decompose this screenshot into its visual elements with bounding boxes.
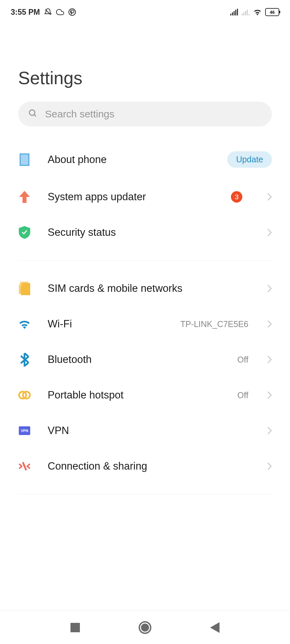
chevron-right-icon (267, 391, 272, 399)
divider (18, 494, 272, 494)
chevron-right-icon (267, 427, 272, 435)
item-label: About phone (48, 154, 210, 166)
settings-item-vpn[interactable]: VPN VPN (18, 413, 272, 448)
chevron-right-icon (267, 284, 272, 292)
shield-check-icon (18, 226, 31, 239)
svg-rect-1 (230, 14, 231, 15)
count-badge: 3 (231, 191, 242, 203)
settings-item-wifi[interactable]: Wi-Fi TP-LINK_C7E5E6 (18, 306, 272, 342)
svg-rect-6 (242, 14, 243, 15)
connection-icon (18, 460, 31, 473)
settings-item-security[interactable]: Security status (18, 215, 272, 250)
nav-bar (0, 610, 290, 644)
settings-item-sim[interactable]: SIM cards & mobile networks (18, 271, 272, 306)
item-value: TP-LINK_C7E5E6 (180, 319, 248, 329)
settings-item-bluetooth[interactable]: Bluetooth Off (18, 342, 272, 377)
svg-rect-13 (20, 154, 29, 165)
chevron-right-icon (267, 228, 272, 236)
pinterest-icon (68, 8, 76, 16)
nav-back-button[interactable] (205, 618, 225, 638)
status-left: 3:55 PM (11, 8, 76, 17)
svg-point-18 (141, 624, 149, 632)
nav-home-button[interactable] (135, 618, 155, 638)
item-label: System apps updater (48, 191, 214, 203)
settings-item-hotspot[interactable]: Portable hotspot Off (18, 377, 272, 413)
item-label: Connection & sharing (48, 460, 248, 472)
signal-icon (230, 9, 238, 15)
settings-item-about-phone[interactable]: About phone Update (18, 140, 272, 179)
divider (18, 260, 272, 261)
svg-rect-5 (237, 9, 238, 15)
arrow-up-icon (18, 191, 31, 203)
search-placeholder: Search settings (45, 108, 114, 120)
svg-line-12 (34, 115, 36, 117)
hotspot-icon (18, 389, 31, 401)
item-label: Bluetooth (48, 354, 221, 366)
status-time: 3:55 PM (11, 8, 40, 17)
svg-rect-9 (247, 10, 248, 15)
item-label: Security status (48, 226, 248, 238)
item-value: Off (237, 390, 248, 400)
svg-rect-2 (232, 12, 233, 15)
item-label: Portable hotspot (48, 389, 221, 401)
vpn-icon: VPN (18, 424, 31, 437)
svg-rect-4 (235, 10, 236, 15)
battery-icon: 46 (265, 8, 279, 16)
bluetooth-icon (18, 353, 31, 366)
svg-rect-8 (245, 11, 246, 15)
wifi-icon (18, 318, 31, 330)
svg-rect-7 (243, 12, 244, 15)
phone-icon (18, 153, 31, 166)
item-label: Wi-Fi (48, 318, 163, 330)
svg-point-11 (30, 110, 35, 115)
chevron-right-icon (267, 462, 272, 470)
search-icon (28, 109, 38, 119)
chevron-right-icon (267, 320, 272, 328)
signal-weak-icon: x (242, 9, 250, 15)
wifi-icon (253, 9, 262, 15)
chevron-right-icon (267, 193, 272, 201)
sim-icon (18, 282, 31, 295)
settings-item-system-apps[interactable]: System apps updater 3 (18, 179, 272, 215)
settings-group-1: About phone Update System apps updater 3… (0, 140, 290, 494)
nav-recent-button[interactable] (65, 618, 85, 638)
status-bar: 3:55 PM x 46 (0, 0, 290, 24)
svg-rect-3 (234, 11, 235, 15)
battery-level: 46 (270, 10, 275, 15)
item-value: Off (237, 355, 248, 365)
notification-off-icon (44, 8, 52, 16)
cloud-icon (56, 8, 64, 16)
settings-item-connection[interactable]: Connection & sharing (18, 448, 272, 484)
svg-text:x: x (248, 13, 250, 15)
update-badge[interactable]: Update (227, 151, 272, 168)
search-input[interactable]: Search settings (18, 102, 272, 126)
page-title: Settings (0, 24, 290, 98)
item-label: VPN (48, 425, 248, 437)
item-label: SIM cards & mobile networks (48, 282, 248, 294)
svg-rect-16 (70, 623, 80, 632)
status-right: x 46 (230, 8, 279, 16)
chevron-right-icon (267, 356, 272, 364)
